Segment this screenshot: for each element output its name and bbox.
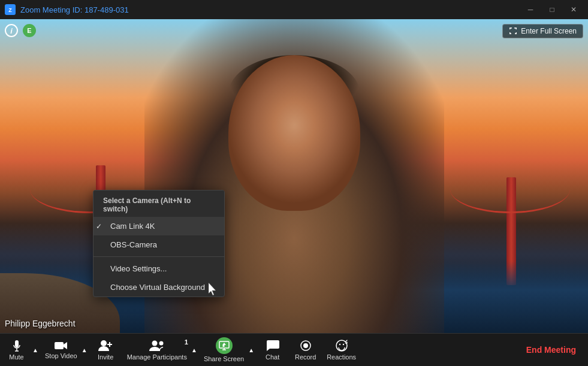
participants-badge: 1 bbox=[185, 338, 188, 346]
menu-item-obs-camera[interactable]: OBS-Camera bbox=[94, 235, 224, 254]
camera-context-menu: Select a Camera (Alt+N to switch) ✓ Cam … bbox=[93, 190, 225, 297]
video-area: i E Enter Full Screen Philipp Eggebrecht… bbox=[0, 19, 588, 333]
participants-icon bbox=[149, 339, 165, 352]
info-overlay: i E bbox=[5, 24, 36, 37]
end-meeting-button[interactable]: End Meeting bbox=[514, 334, 588, 366]
obs-camera-label: OBS-Camera bbox=[110, 240, 157, 249]
record-icon bbox=[299, 339, 312, 352]
invite-icon bbox=[98, 339, 113, 352]
end-meeting-label: End Meeting bbox=[526, 345, 576, 355]
fullscreen-button[interactable]: Enter Full Screen bbox=[502, 24, 583, 38]
mute-label: Mute bbox=[9, 353, 23, 361]
titlebar-title: Zoom Meeting ID: 187-489-031 bbox=[20, 5, 129, 14]
invite-button[interactable]: Invite bbox=[89, 334, 122, 367]
video-background bbox=[0, 19, 588, 333]
menu-item-cam-link[interactable]: ✓ Cam Link 4K bbox=[94, 217, 224, 235]
head-shape bbox=[228, 55, 360, 211]
stop-video-button[interactable]: Stop Video bbox=[40, 334, 82, 367]
maximize-button[interactable]: □ bbox=[542, 4, 562, 16]
record-label: Record bbox=[295, 353, 316, 361]
checkmark-icon: ✓ bbox=[96, 222, 102, 231]
virtual-background-label: Choose Virtual Background bbox=[110, 283, 205, 292]
svg-point-14 bbox=[303, 343, 308, 348]
video-settings-label: Video Settings... bbox=[110, 264, 167, 273]
video-icon bbox=[54, 340, 68, 351]
chat-button[interactable]: Chat bbox=[256, 334, 289, 367]
toolbar-left: Mute ▲ Stop Video ▲ bbox=[0, 334, 514, 367]
chat-label: Chat bbox=[266, 353, 279, 361]
stop-video-label: Stop Video bbox=[45, 352, 77, 359]
zoom-logo-icon: Z bbox=[5, 4, 16, 15]
bridge-cable-right bbox=[450, 165, 570, 213]
record-button[interactable]: Record bbox=[289, 334, 322, 367]
svg-point-8 bbox=[152, 341, 157, 346]
menu-header: Select a Camera (Alt+N to switch) bbox=[94, 190, 224, 217]
toolbar: Mute ▲ Stop Video ▲ bbox=[0, 333, 588, 366]
fullscreen-label: Enter Full Screen bbox=[521, 27, 577, 35]
svg-point-17 bbox=[342, 344, 343, 345]
svg-point-5 bbox=[101, 340, 107, 346]
reactions-button[interactable]: Reactions bbox=[322, 334, 361, 367]
svg-text:Z: Z bbox=[8, 7, 12, 13]
share-screen-label: Share Screen bbox=[204, 355, 244, 362]
participant-badge: E bbox=[23, 24, 36, 37]
svg-rect-4 bbox=[55, 342, 64, 349]
close-button[interactable]: ✕ bbox=[564, 4, 583, 16]
manage-participants-button[interactable]: 1 Manage Participants bbox=[122, 334, 192, 367]
menu-item-video-settings[interactable]: Video Settings... bbox=[94, 259, 224, 278]
share-screen-button[interactable]: Share Screen bbox=[199, 334, 249, 367]
mute-icon bbox=[10, 339, 23, 352]
manage-participants-label: Manage Participants bbox=[127, 353, 187, 361]
menu-divider bbox=[94, 256, 224, 257]
svg-point-9 bbox=[159, 341, 163, 346]
menu-item-virtual-background[interactable]: Choose Virtual Background bbox=[94, 278, 224, 297]
info-icon[interactable]: i bbox=[5, 24, 18, 37]
svg-point-15 bbox=[336, 340, 347, 351]
share-screen-icon bbox=[216, 337, 233, 354]
participant-name-label: Philipp Eggebrecht bbox=[5, 319, 76, 328]
cam-link-label: Cam Link 4K bbox=[110, 222, 155, 231]
reactions-label: Reactions bbox=[327, 353, 356, 361]
reactions-icon bbox=[335, 339, 348, 352]
titlebar: Z Zoom Meeting ID: 187-489-031 ─ □ ✕ bbox=[0, 0, 588, 19]
window-controls: ─ □ ✕ bbox=[521, 4, 583, 16]
invite-label: Invite bbox=[98, 353, 113, 361]
mute-button[interactable]: Mute bbox=[0, 334, 33, 367]
minimize-button[interactable]: ─ bbox=[521, 4, 540, 16]
titlebar-left: Z Zoom Meeting ID: 187-489-031 bbox=[5, 4, 129, 15]
chat-icon bbox=[266, 339, 279, 352]
fullscreen-icon bbox=[509, 27, 517, 35]
svg-point-16 bbox=[339, 344, 340, 345]
